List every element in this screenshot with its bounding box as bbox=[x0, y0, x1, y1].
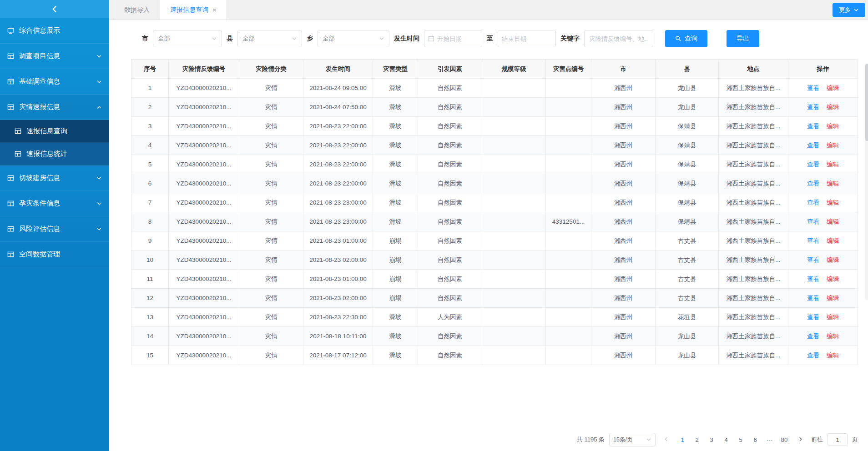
view-link[interactable]: 查看 bbox=[807, 123, 819, 130]
page-button-5[interactable]: 5 bbox=[735, 433, 747, 446]
edit-link[interactable]: 编辑 bbox=[827, 123, 839, 130]
table-cell bbox=[546, 251, 591, 270]
edit-link[interactable]: 编辑 bbox=[827, 199, 839, 206]
page-button-3[interactable]: 3 bbox=[706, 433, 717, 446]
edit-link[interactable]: 编辑 bbox=[827, 237, 839, 244]
table-icon bbox=[7, 104, 14, 110]
city-select[interactable]: 全部 bbox=[153, 30, 222, 47]
more-button[interactable]: 更多 bbox=[833, 3, 865, 17]
end-date-field[interactable] bbox=[502, 35, 552, 42]
goto-suffix: 页 bbox=[852, 436, 858, 444]
edit-link[interactable]: 编辑 bbox=[827, 256, 839, 263]
view-link[interactable]: 查看 bbox=[807, 161, 819, 168]
county-select[interactable]: 全部 bbox=[237, 30, 302, 47]
export-button[interactable]: 导出 bbox=[727, 30, 759, 47]
view-link[interactable]: 查看 bbox=[807, 295, 819, 301]
sidebar-item-survey-project[interactable]: 调查项目信息 bbox=[0, 44, 109, 69]
search-button[interactable]: 查询 bbox=[665, 30, 707, 47]
close-tab-icon[interactable]: × bbox=[212, 6, 217, 13]
tab-bar: 数据导入速报信息查询× 更多 bbox=[109, 0, 868, 20]
scrollbar-thumb[interactable] bbox=[865, 64, 868, 141]
edit-link[interactable]: 编辑 bbox=[827, 218, 839, 225]
page-button-80[interactable]: 80 bbox=[778, 433, 790, 446]
edit-link[interactable]: 编辑 bbox=[827, 142, 839, 149]
sidebar-collapse-button[interactable] bbox=[0, 0, 109, 18]
table-cell: YZD43000020210... bbox=[169, 289, 239, 308]
main-area: 数据导入速报信息查询× 更多 市 全部 县 全部 乡 bbox=[109, 0, 868, 451]
sidebar-item-disaster-report[interactable]: 灾情速报信息 bbox=[0, 95, 109, 120]
prev-page-button[interactable] bbox=[660, 433, 672, 446]
view-link[interactable]: 查看 bbox=[807, 256, 819, 263]
view-link[interactable]: 查看 bbox=[807, 142, 819, 149]
view-link[interactable]: 查看 bbox=[807, 237, 819, 244]
table-cell: 2021-08-23 01:00:00 bbox=[303, 270, 373, 289]
sidebar-item-hazard-condition[interactable]: 孕灾条件信息 bbox=[0, 191, 109, 216]
tab-report-query[interactable]: 速报信息查询× bbox=[160, 0, 227, 20]
table-cell: 3 bbox=[131, 117, 169, 136]
edit-link[interactable]: 编辑 bbox=[827, 352, 839, 359]
view-link[interactable]: 查看 bbox=[807, 276, 819, 282]
edit-link[interactable]: 编辑 bbox=[827, 276, 839, 282]
vertical-scrollbar[interactable] bbox=[865, 64, 868, 300]
edit-link[interactable]: 编辑 bbox=[827, 104, 839, 110]
table-cell: 灾情 bbox=[239, 270, 303, 289]
page-button-1[interactable]: 1 bbox=[676, 433, 688, 446]
edit-link[interactable]: 编辑 bbox=[827, 333, 839, 340]
column-header: 县 bbox=[656, 60, 719, 79]
table-cell: 自然因素 bbox=[418, 212, 482, 231]
view-link[interactable]: 查看 bbox=[807, 104, 819, 110]
sidebar-item-overview[interactable]: 综合信息展示 bbox=[0, 18, 109, 44]
edit-link[interactable]: 编辑 bbox=[827, 85, 839, 91]
page-ellipsis[interactable]: ··· bbox=[764, 433, 776, 446]
goto-page-input[interactable] bbox=[828, 433, 848, 446]
table-cell: 灾情 bbox=[239, 136, 303, 155]
town-select[interactable]: 全部 bbox=[318, 30, 389, 47]
table-cell: 2 bbox=[131, 98, 169, 117]
sidebar-item-risk-assessment[interactable]: 风险评估信息 bbox=[0, 216, 109, 242]
sidebar-subitem-report-stats[interactable]: 速报信息统计 bbox=[0, 143, 109, 165]
page-button-4[interactable]: 4 bbox=[720, 433, 732, 446]
next-page-button[interactable] bbox=[795, 433, 807, 446]
view-link[interactable]: 查看 bbox=[807, 180, 819, 187]
start-date-field[interactable] bbox=[437, 35, 478, 42]
page-button-2[interactable]: 2 bbox=[691, 433, 703, 446]
table-cell: 湘西土家族苗族自... bbox=[719, 98, 788, 117]
view-link[interactable]: 查看 bbox=[807, 333, 819, 340]
table-cell bbox=[546, 155, 591, 174]
sidebar-subitem-report-query[interactable]: 速报信息查询 bbox=[0, 120, 109, 143]
edit-link[interactable]: 编辑 bbox=[827, 314, 839, 321]
view-link[interactable]: 查看 bbox=[807, 218, 819, 225]
actions-cell: 查看编辑 bbox=[788, 346, 858, 365]
column-header: 灾害类型 bbox=[373, 60, 418, 79]
sidebar-item-slope-housing[interactable]: 切坡建房信息 bbox=[0, 165, 109, 191]
end-date-input[interactable] bbox=[498, 30, 556, 47]
page-size-select[interactable]: 15条/页 bbox=[609, 433, 656, 446]
view-link[interactable]: 查看 bbox=[807, 85, 819, 91]
sidebar-item-spatial-data[interactable]: 空间数据管理 bbox=[0, 242, 109, 267]
page-buttons: 123456···80 bbox=[676, 433, 790, 446]
table-cell: 保靖县 bbox=[656, 212, 719, 231]
table-cell: 2021-08-23 22:00:00 bbox=[303, 136, 373, 155]
edit-link[interactable]: 编辑 bbox=[827, 295, 839, 301]
filter-bar: 市 全部 县 全部 乡 全部 发生时间 bbox=[131, 30, 858, 47]
actions-cell: 查看编辑 bbox=[788, 155, 858, 174]
keyword-input[interactable] bbox=[584, 30, 653, 47]
table-cell: 滑坡 bbox=[373, 212, 418, 231]
view-link[interactable]: 查看 bbox=[807, 352, 819, 359]
tab-data-import[interactable]: 数据导入 bbox=[114, 0, 160, 20]
start-date-input[interactable] bbox=[424, 30, 482, 47]
town-filter-label: 乡 bbox=[307, 35, 313, 43]
chevron-down-icon bbox=[96, 226, 102, 232]
edit-link[interactable]: 编辑 bbox=[827, 161, 839, 168]
tab-label: 数据导入 bbox=[124, 6, 150, 14]
table-cell bbox=[546, 193, 591, 212]
page-button-6[interactable]: 6 bbox=[749, 433, 761, 446]
table-cell: 崩塌 bbox=[373, 251, 418, 270]
table-cell: 自然因素 bbox=[418, 289, 482, 308]
view-link[interactable]: 查看 bbox=[807, 199, 819, 206]
sidebar-item-basic-survey[interactable]: 基础调查信息 bbox=[0, 69, 109, 95]
edit-link[interactable]: 编辑 bbox=[827, 180, 839, 187]
view-link[interactable]: 查看 bbox=[807, 314, 819, 321]
table-cell: 灾情 bbox=[239, 174, 303, 193]
content-panel: 市 全部 县 全部 乡 全部 发生时间 bbox=[109, 20, 868, 451]
